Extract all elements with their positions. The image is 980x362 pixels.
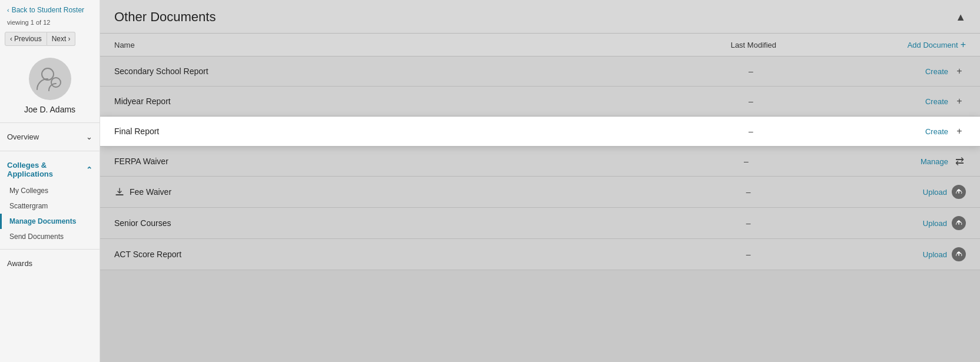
next-label: Next [52,35,67,43]
upload-button-fee-waiver[interactable]: Upload [923,188,947,197]
sidebar-item-awards[interactable]: Awards [0,254,100,273]
sidebar-item-send-documents[interactable]: Send Documents [0,229,100,244]
svg-rect-2 [116,194,123,195]
prev-button[interactable]: ‹ Previous [5,32,47,46]
doc-actions-fee-waiver: Upload [923,185,966,199]
nav-overview: Overview ⌄ [0,125,100,148]
doc-modified-final-report: – [749,127,925,136]
doc-name-final-report: Final Report [114,127,749,136]
back-label: Back to Student Roster [12,6,84,14]
table-row: Final Report – Create + [100,117,980,147]
manage-documents-label: Manage Documents [9,217,76,225]
table-header: Name Last Modified Add Document + [100,34,980,57]
sidebar-item-manage-documents[interactable]: Manage Documents [0,214,100,229]
section-header: Other Documents ▲ [100,0,980,34]
upload-icon-act-score-report[interactable] [952,247,966,261]
prev-label: Previous [14,35,42,43]
manage-button-ferpa-waiver[interactable]: Manage [921,157,948,166]
nav-awards: Awards [0,252,100,275]
create-button-final-report[interactable]: Create [925,127,948,136]
prev-chevron-icon: ‹ [10,35,12,43]
sidebar-item-overview[interactable]: Overview ⌄ [0,128,100,146]
doc-modified-fee-waiver: – [746,187,923,197]
sidebar-item-colleges-applications[interactable]: Colleges & Applications ⌃ [0,156,100,183]
create-button-secondary-school-report[interactable]: Create [925,67,948,76]
divider2 [0,151,100,151]
svg-point-1 [51,78,61,87]
add-document-label: Add Document [908,41,958,49]
transfer-icon-ferpa-waiver[interactable]: ⇄ [953,155,966,168]
upload-icon-senior-courses[interactable] [952,216,966,230]
avatar [29,58,71,100]
doc-actions-senior-courses: Upload [923,216,966,230]
last-modified-column-header: Last Modified [731,41,908,49]
scattergram-label: Scattergram [9,202,48,210]
colleges-applications-label: Colleges & Applications [7,161,86,178]
table-row: Secondary School Report – Create + [100,57,980,87]
awards-label: Awards [7,259,32,268]
table-row: Midyear Report – Create + [100,87,980,117]
sidebar-item-my-colleges[interactable]: My Colleges [0,183,100,198]
avatar-icon [35,64,65,94]
doc-name-secondary-school-report: Secondary School Report [114,67,749,76]
next-chevron-icon: › [68,35,70,43]
doc-actions-secondary-school-report: Create + [925,65,966,78]
chevron-left-icon: ‹ [7,6,9,14]
download-icon [114,187,125,197]
plus-icon-final-report[interactable]: + [953,125,966,138]
upload-button-act-score-report[interactable]: Upload [923,250,947,259]
next-button[interactable]: Next › [47,32,76,46]
sidebar: ‹ Back to Student Roster viewing 1 of 12… [0,0,100,362]
cloud-upload-icon [955,188,962,195]
doc-modified-secondary-school-report: – [749,67,925,76]
table-row: ACT Score Report – Upload [100,239,980,270]
nav-colleges-applications: Colleges & Applications ⌃ My Colleges Sc… [0,154,100,247]
back-to-roster-link[interactable]: ‹ Back to Student Roster [0,0,100,18]
table-row: Fee Waiver – Upload [100,177,980,208]
doc-name-senior-courses: Senior Courses [114,218,746,228]
collapse-button[interactable]: ▲ [955,11,966,24]
table-row: Senior Courses – Upload [100,208,980,239]
chevron-up-icon: ⌃ [86,165,92,174]
plus-icon-midyear-report[interactable]: + [953,95,966,108]
doc-name-ferpa-waiver: FERPA Waiver [114,157,744,166]
plus-icon-secondary-school-report[interactable]: + [953,65,966,78]
send-documents-label: Send Documents [9,233,64,241]
pagination-buttons: ‹ Previous Next › [0,32,100,53]
doc-actions-midyear-report: Create + [925,95,966,108]
doc-name-fee-waiver: Fee Waiver [114,187,746,197]
cloud-upload-icon [955,251,962,258]
doc-modified-act-score-report: – [746,250,923,259]
student-name: Joe D. Adams [19,105,80,114]
cloud-upload-icon [955,220,962,227]
doc-name-midyear-report: Midyear Report [114,97,749,106]
table-row: FERPA Waiver – Manage ⇄ [100,147,980,177]
other-documents-section: Other Documents ▲ Name Last Modified Add… [100,0,980,270]
doc-actions-ferpa-waiver: Manage ⇄ [921,155,966,168]
name-column-header: Name [114,41,731,49]
overview-label: Overview [7,132,39,141]
my-colleges-label: My Colleges [9,187,48,195]
avatar-section: Joe D. Adams [0,53,100,120]
doc-name-act-score-report: ACT Score Report [114,250,746,259]
viewing-count: viewing 1 of 12 [0,18,100,32]
divider3 [0,249,100,250]
doc-modified-ferpa-waiver: – [744,157,921,166]
plus-icon: + [961,39,966,50]
doc-modified-senior-courses: – [746,218,923,228]
divider [0,122,100,123]
section-title: Other Documents [114,9,216,25]
upload-icon-fee-waiver[interactable] [952,185,966,199]
chevron-down-icon: ⌄ [86,132,92,141]
doc-actions-act-score-report: Upload [923,247,966,261]
doc-actions-final-report: Create + [925,125,966,138]
upload-button-senior-courses[interactable]: Upload [923,219,947,228]
main-content: Other Documents ▲ Name Last Modified Add… [100,0,980,362]
add-document-button[interactable]: Add Document + [908,39,966,50]
doc-modified-midyear-report: – [749,97,925,106]
create-button-midyear-report[interactable]: Create [925,97,948,106]
sidebar-item-scattergram[interactable]: Scattergram [0,198,100,214]
